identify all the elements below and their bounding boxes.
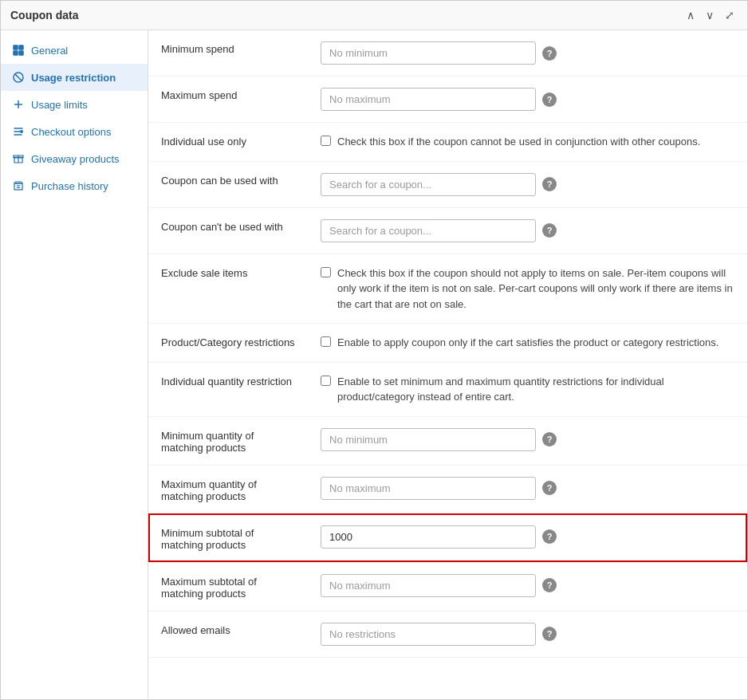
minimum-subtotal-matching-products-label: Minimum subtotal of matching products: [148, 513, 308, 562]
individual-quantity-restriction-row: Individual quantity restriction Enable t…: [148, 362, 747, 416]
maximum-spend-field-row: ?: [321, 88, 734, 111]
product-category-restrictions-field-cell: Enable to apply coupon only if the cart …: [308, 324, 747, 363]
maximum-subtotal-matching-products-help-icon[interactable]: ?: [542, 578, 557, 592]
sidebar-item-checkout-options-label: Checkout options: [31, 126, 111, 138]
maximum-quantity-matching-products-row: Maximum quantity of matching products ?: [148, 465, 747, 513]
allowed-emails-label: Allowed emails: [148, 611, 308, 657]
coupon-can-be-used-with-input[interactable]: [321, 173, 536, 196]
allowed-emails-help-icon[interactable]: ?: [542, 627, 557, 641]
sidebar-item-general[interactable]: General: [1, 37, 148, 64]
product-category-restrictions-checkbox[interactable]: [321, 336, 331, 347]
coupon-cant-be-used-with-input[interactable]: [321, 219, 536, 242]
product-category-restrictions-row: Product/Category restrictions Enable to …: [148, 324, 747, 363]
minimum-spend-field-row: ?: [321, 41, 734, 65]
product-category-restrictions-checkbox-label: Enable to apply coupon only if the cart …: [337, 335, 718, 351]
svg-rect-2: [14, 51, 18, 55]
individual-use-only-checkbox-label: Check this box if the coupon cannot be u…: [337, 134, 700, 150]
minimum-spend-help-icon[interactable]: ?: [542, 46, 557, 61]
expand-button[interactable]: ⤢: [722, 7, 738, 23]
svg-rect-3: [19, 51, 23, 55]
individual-use-only-row: Individual use only Check this box if th…: [148, 123, 747, 162]
coupon-cant-be-used-with-field-cell: ?: [308, 207, 747, 254]
maximum-quantity-matching-products-label: Maximum quantity of matching products: [148, 465, 308, 513]
minimum-quantity-matching-products-label: Minimum quantity of matching products: [148, 416, 308, 465]
minimum-spend-label: Minimum spend: [148, 30, 308, 77]
sidebar-item-giveaway-products[interactable]: Giveaway products: [1, 145, 148, 172]
form-table: Minimum spend ? Maximum spend ?: [148, 30, 747, 658]
coupon-data-window: Coupon data ∧ ∨ ⤢ General: [0, 0, 748, 700]
sidebar-item-usage-limits[interactable]: Usage limits: [1, 91, 148, 118]
minimum-subtotal-matching-products-field-cell: ?: [308, 513, 747, 562]
coupon-can-be-used-with-label: Coupon can be used with: [148, 161, 308, 207]
chevron-up-button[interactable]: ∧: [683, 7, 698, 23]
chevron-down-button[interactable]: ∨: [703, 7, 717, 23]
individual-quantity-restriction-checkbox-label: Enable to set minimum and maximum quanti…: [337, 374, 734, 405]
sidebar-item-usage-limits-label: Usage limits: [31, 99, 88, 111]
individual-quantity-restriction-label: Individual quantity restriction: [148, 362, 308, 416]
coupon-can-be-used-with-row: Coupon can be used with ?: [148, 161, 747, 207]
exclude-sale-items-checkbox-label: Check this box if the coupon should not …: [337, 265, 734, 313]
usage-limits-icon: [12, 98, 25, 111]
coupon-can-be-used-with-help-icon[interactable]: ?: [542, 177, 557, 191]
exclude-sale-items-row: Exclude sale items Check this box if the…: [148, 254, 747, 324]
sidebar: General Usage restriction: [1, 30, 148, 699]
allowed-emails-input[interactable]: [321, 623, 536, 646]
sidebar-item-purchase-history-label: Purchase history: [31, 180, 108, 192]
maximum-spend-field-cell: ?: [308, 77, 747, 123]
minimum-subtotal-matching-products-row: Minimum subtotal of matching products ?: [148, 513, 747, 562]
general-icon: [12, 44, 25, 57]
minimum-subtotal-matching-products-field-row: ?: [321, 525, 734, 549]
individual-use-only-checkbox-row: Check this box if the coupon cannot be u…: [321, 134, 734, 150]
minimum-subtotal-matching-products-input[interactable]: [321, 525, 536, 549]
svg-rect-10: [14, 183, 22, 190]
maximum-spend-help-icon[interactable]: ?: [542, 92, 557, 107]
maximum-subtotal-matching-products-input[interactable]: [321, 574, 536, 597]
purchase-history-icon: [12, 179, 25, 192]
usage-restriction-icon: [12, 71, 25, 84]
title-bar-controls: ∧ ∨ ⤢: [683, 7, 738, 23]
svg-point-8: [20, 130, 23, 133]
maximum-spend-input[interactable]: [321, 88, 536, 111]
individual-use-only-label: Individual use only: [148, 123, 308, 162]
allowed-emails-field-cell: ?: [308, 611, 747, 657]
minimum-subtotal-matching-products-help-icon[interactable]: ?: [542, 529, 557, 544]
maximum-subtotal-matching-products-field-cell: ?: [308, 562, 747, 611]
checkout-options-icon: [12, 125, 25, 138]
sidebar-item-general-label: General: [31, 45, 68, 57]
individual-use-only-checkbox[interactable]: [321, 136, 331, 146]
product-category-restrictions-label: Product/Category restrictions: [148, 324, 308, 363]
svg-line-5: [15, 74, 22, 81]
minimum-quantity-matching-products-input[interactable]: [321, 428, 536, 451]
sidebar-item-giveaway-products-label: Giveaway products: [31, 153, 120, 165]
minimum-spend-row: Minimum spend ?: [148, 30, 747, 77]
maximum-subtotal-matching-products-row: Maximum subtotal of matching products ?: [148, 562, 747, 611]
sidebar-item-checkout-options[interactable]: Checkout options: [1, 118, 148, 145]
individual-quantity-restriction-checkbox[interactable]: [321, 376, 331, 386]
coupon-can-be-used-with-field-row: ?: [321, 173, 734, 196]
minimum-quantity-matching-products-help-icon[interactable]: ?: [542, 432, 557, 446]
maximum-quantity-matching-products-field-cell: ?: [308, 465, 747, 513]
individual-quantity-restriction-checkbox-row: Enable to set minimum and maximum quanti…: [321, 374, 734, 405]
svg-rect-1: [19, 45, 23, 49]
maximum-quantity-matching-products-input[interactable]: [321, 477, 536, 500]
product-category-restrictions-checkbox-row: Enable to apply coupon only if the cart …: [321, 335, 734, 351]
coupon-cant-be-used-with-label: Coupon can't be used with: [148, 207, 308, 254]
maximum-subtotal-matching-products-label: Maximum subtotal of matching products: [148, 562, 308, 611]
maximum-quantity-matching-products-field-row: ?: [321, 477, 734, 500]
window-title: Coupon data: [10, 9, 79, 22]
allowed-emails-row: Allowed emails ?: [148, 611, 747, 657]
minimum-spend-input[interactable]: [321, 41, 536, 65]
exclude-sale-items-checkbox-row: Check this box if the coupon should not …: [321, 265, 734, 313]
individual-quantity-restriction-field-cell: Enable to set minimum and maximum quanti…: [308, 362, 747, 416]
sidebar-item-usage-restriction[interactable]: Usage restriction: [1, 64, 148, 91]
svg-rect-0: [14, 45, 18, 49]
sidebar-item-purchase-history[interactable]: Purchase history: [1, 172, 148, 199]
coupon-cant-be-used-with-help-icon[interactable]: ?: [542, 223, 557, 238]
maximum-subtotal-matching-products-field-row: ?: [321, 574, 734, 597]
coupon-cant-be-used-with-row: Coupon can't be used with ?: [148, 207, 747, 254]
coupon-cant-be-used-with-field-row: ?: [321, 219, 734, 242]
main-form-area: Minimum spend ? Maximum spend ?: [148, 30, 747, 699]
exclude-sale-items-checkbox[interactable]: [321, 267, 331, 277]
title-bar: Coupon data ∧ ∨ ⤢: [1, 1, 747, 30]
maximum-quantity-matching-products-help-icon[interactable]: ?: [542, 481, 557, 495]
